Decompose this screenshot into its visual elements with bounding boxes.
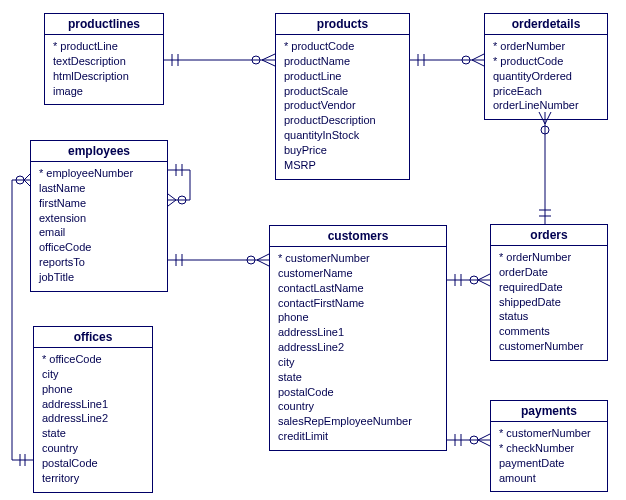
- attr-row: state: [278, 370, 438, 385]
- attr-row: comments: [499, 324, 599, 339]
- rel-productlines-products: [164, 54, 275, 66]
- entity-productlines: productlines * productLine textDescripti…: [44, 13, 164, 105]
- svg-point-11: [541, 126, 549, 134]
- attr-row: postalCode: [278, 385, 438, 400]
- attr-row: productName: [284, 54, 401, 69]
- entity-title: employees: [31, 141, 167, 162]
- attr-row: addressLine2: [42, 411, 144, 426]
- attr-row: postalCode: [42, 456, 144, 471]
- entity-body: * employeeNumber lastName firstName exte…: [31, 162, 167, 291]
- entity-title: productlines: [45, 14, 163, 35]
- attr-row: status: [499, 309, 599, 324]
- attr-row: country: [278, 399, 438, 414]
- attr-row: requiredDate: [499, 280, 599, 295]
- attr-row: quantityInStock: [284, 128, 401, 143]
- rel-employees-customers: [168, 254, 269, 266]
- attr-row: buyPrice: [284, 143, 401, 158]
- attr-row: * officeCode: [42, 352, 144, 367]
- svg-point-29: [16, 176, 24, 184]
- entity-products: products * productCode productName produ…: [275, 13, 410, 180]
- entity-title: customers: [270, 226, 446, 247]
- entity-title: payments: [491, 401, 607, 422]
- attr-row: jobTitle: [39, 270, 159, 285]
- attr-row: phone: [278, 310, 438, 325]
- attr-row: territory: [42, 471, 144, 486]
- attr-row: phone: [42, 382, 144, 397]
- attr-row: lastName: [39, 181, 159, 196]
- attr-row: * customerNumber: [499, 426, 599, 441]
- attr-row: shippedDate: [499, 295, 599, 310]
- attr-row: addressLine1: [42, 397, 144, 412]
- rel-orders-orderdetails: [539, 112, 551, 224]
- attr-row: addressLine2: [278, 340, 438, 355]
- attr-row: * productLine: [53, 39, 155, 54]
- entity-orderdetails: orderdetails * orderNumber * productCode…: [484, 13, 608, 120]
- entity-customers: customers * customerNumber customerName …: [269, 225, 447, 451]
- entity-title: orderdetails: [485, 14, 607, 35]
- attr-row: htmlDescription: [53, 69, 155, 84]
- attr-row: * orderNumber: [493, 39, 599, 54]
- attr-row: extension: [39, 211, 159, 226]
- svg-point-23: [247, 256, 255, 264]
- attr-row: orderDate: [499, 265, 599, 280]
- svg-point-15: [470, 276, 478, 284]
- attr-row: quantityOrdered: [493, 69, 599, 84]
- attr-row: * productCode: [493, 54, 599, 69]
- attr-row: contactFirstName: [278, 296, 438, 311]
- entity-orders: orders * orderNumber orderDate requiredD…: [490, 224, 608, 361]
- attr-row: image: [53, 84, 155, 99]
- attr-row: customerName: [278, 266, 438, 281]
- entity-offices: offices * officeCode city phone addressL…: [33, 326, 153, 493]
- attr-row: * customerNumber: [278, 251, 438, 266]
- svg-point-26: [178, 196, 186, 204]
- attr-row: contactLastName: [278, 281, 438, 296]
- entity-body: * orderNumber * productCode quantityOrde…: [485, 35, 607, 119]
- attr-row: productScale: [284, 84, 401, 99]
- attr-row: amount: [499, 471, 599, 486]
- entity-body: * customerNumber * checkNumber paymentDa…: [491, 422, 607, 491]
- attr-row: firstName: [39, 196, 159, 211]
- svg-point-7: [462, 56, 470, 64]
- attr-row: paymentDate: [499, 456, 599, 471]
- attr-row: creditLimit: [278, 429, 438, 444]
- attr-row: priceEach: [493, 84, 599, 99]
- attr-row: addressLine1: [278, 325, 438, 340]
- attr-row: country: [42, 441, 144, 456]
- attr-row: productDescription: [284, 113, 401, 128]
- rel-customers-payments: [447, 434, 490, 446]
- rel-employees-self: [168, 164, 190, 206]
- entity-body: * productCode productName productLine pr…: [276, 35, 409, 179]
- attr-row: reportsTo: [39, 255, 159, 270]
- attr-row: textDescription: [53, 54, 155, 69]
- entity-employees: employees * employeeNumber lastName firs…: [30, 140, 168, 292]
- attr-row: officeCode: [39, 240, 159, 255]
- attr-row: state: [42, 426, 144, 441]
- entity-title: offices: [34, 327, 152, 348]
- entity-body: * orderNumber orderDate requiredDate shi…: [491, 246, 607, 360]
- attr-row: orderLineNumber: [493, 98, 599, 113]
- attr-row: * orderNumber: [499, 250, 599, 265]
- attr-row: productLine: [284, 69, 401, 84]
- attr-row: productVendor: [284, 98, 401, 113]
- entity-payments: payments * customerNumber * checkNumber …: [490, 400, 608, 492]
- entity-title: products: [276, 14, 409, 35]
- attr-row: city: [278, 355, 438, 370]
- rel-products-orderdetails: [410, 54, 484, 66]
- attr-row: salesRepEmployeeNumber: [278, 414, 438, 429]
- entity-body: * customerNumber customerName contactLas…: [270, 247, 446, 450]
- svg-point-19: [470, 436, 478, 444]
- attr-row: city: [42, 367, 144, 382]
- attr-row: customerNumber: [499, 339, 599, 354]
- attr-row: * checkNumber: [499, 441, 599, 456]
- entity-body: * officeCode city phone addressLine1 add…: [34, 348, 152, 492]
- rel-customers-orders: [447, 274, 490, 286]
- svg-point-3: [252, 56, 260, 64]
- entity-body: * productLine textDescription htmlDescri…: [45, 35, 163, 104]
- attr-row: email: [39, 225, 159, 240]
- entity-title: orders: [491, 225, 607, 246]
- attr-row: * employeeNumber: [39, 166, 159, 181]
- attr-row: MSRP: [284, 158, 401, 173]
- attr-row: * productCode: [284, 39, 401, 54]
